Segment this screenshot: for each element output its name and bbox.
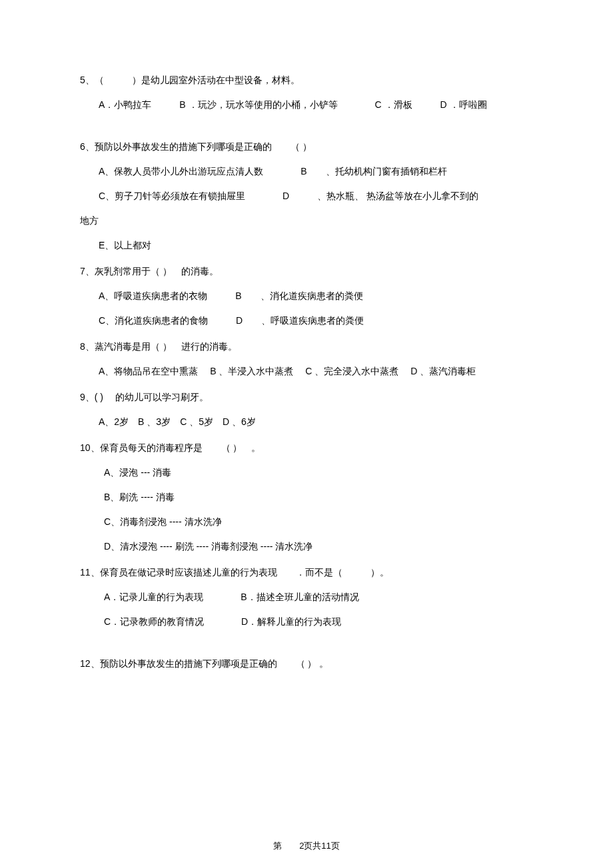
spacer [80, 641, 533, 657]
question-6-option-cd: C、剪子刀针等必须放在有锁抽屉里 D 、热水瓶、 热汤盆等放在小儿拿不到的 [80, 189, 533, 203]
question-8-options: A、将物品吊在空中熏蒸 B 、半浸入水中蒸煮 C 、完全浸入水中蒸煮 D 、蒸汽… [80, 364, 533, 378]
question-10-option-c: C、消毒剂浸泡 ---- 清水洗净 [80, 515, 533, 529]
question-12: 12、预防以外事故发生的措施下列哪项是正确的 （ ） 。 [80, 657, 533, 671]
question-10-option-d: D、清水浸泡 ---- 刷洗 ---- 消毒剂浸泡 ---- 清水洗净 [80, 540, 533, 554]
question-11-option-ab: A．记录儿童的行为表现 B．描述全班儿童的活动情况 [80, 590, 533, 604]
question-6-stem: 6、预防以外事故发生的措施下列哪项是正确的 （ ） [80, 140, 533, 154]
question-10: 10、保育员每天的消毒程序是 （ ） 。 A、浸泡 --- 消毒 B、刷洗 --… [80, 441, 533, 554]
question-6-continuation: 地方 [80, 214, 533, 228]
question-11: 11、保育员在做记录时应该描述儿童的行为表现 ．而不是（ ）。 A．记录儿童的行… [80, 566, 533, 629]
question-6-option-ab: A、保教人员带小儿外出游玩应点清人数 B 、托幼机构门窗有插销和栏杆 [80, 165, 533, 179]
question-5-stem: 5、（ ）是幼儿园室外活动在中型设备，材料。 [80, 73, 533, 87]
page-footer: 第 2页共11页 [0, 839, 613, 853]
question-11-option-cd: C．记录教师的教育情况 D．解释儿童的行为表现 [80, 615, 533, 629]
question-8-stem: 8、蒸汽消毒是用（ ） 进行的消毒。 [80, 340, 533, 354]
question-10-option-a: A、浸泡 --- 消毒 [80, 466, 533, 480]
question-7-stem: 7、灰乳剂常用于（ ） 的消毒。 [80, 264, 533, 278]
question-7-option-ab: A、呼吸道疾病患者的衣物 B 、消化道疾病患者的粪便 [80, 289, 533, 303]
question-5: 5、（ ）是幼儿园室外活动在中型设备，材料。 A．小鸭拉车 B ．玩沙，玩水等使… [80, 73, 533, 112]
question-6: 6、预防以外事故发生的措施下列哪项是正确的 （ ） A、保教人员带小儿外出游玩应… [80, 140, 533, 252]
question-6-option-e: E、以上都对 [80, 238, 533, 252]
question-12-stem: 12、预防以外事故发生的措施下列哪项是正确的 （ ） 。 [80, 657, 533, 671]
question-8: 8、蒸汽消毒是用（ ） 进行的消毒。 A、将物品吊在空中熏蒸 B 、半浸入水中蒸… [80, 340, 533, 378]
spacer [80, 124, 533, 140]
question-5-options: A．小鸭拉车 B ．玩沙，玩水等使用的小桶，小铲等 C ．滑板 D ．呼啦圈 [80, 98, 533, 112]
question-7-option-cd: C、消化道疾病患者的食物 D 、呼吸道疾病患者的粪便 [80, 314, 533, 328]
question-10-option-b: B、刷洗 ---- 消毒 [80, 490, 533, 504]
question-9: 9、( ) 的幼儿可以学习刷牙。 A、2岁 B 、3岁 C 、5岁 D 、6岁 [80, 390, 533, 429]
question-10-stem: 10、保育员每天的消毒程序是 （ ） 。 [80, 441, 533, 455]
question-11-stem: 11、保育员在做记录时应该描述儿童的行为表现 ．而不是（ ）。 [80, 566, 533, 580]
question-9-stem: 9、( ) 的幼儿可以学习刷牙。 [80, 390, 533, 404]
question-9-options: A、2岁 B 、3岁 C 、5岁 D 、6岁 [80, 415, 533, 429]
question-7: 7、灰乳剂常用于（ ） 的消毒。 A、呼吸道疾病患者的衣物 B 、消化道疾病患者… [80, 264, 533, 328]
